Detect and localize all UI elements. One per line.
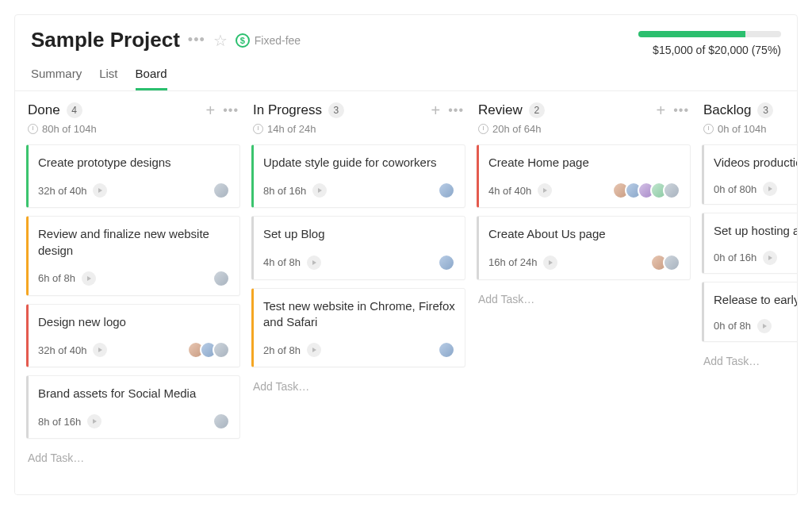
column-header-right: +••• xyxy=(657,102,690,118)
play-timer-icon[interactable] xyxy=(93,343,107,357)
task-footer-left: 4h of 40h xyxy=(488,183,552,198)
column-hours: 14h of 24h xyxy=(253,123,465,135)
task-card[interactable]: Review and finalize new website design6h… xyxy=(26,216,240,296)
task-card[interactable]: Test new website in Chrome, Firefox and … xyxy=(251,288,465,368)
avatar[interactable] xyxy=(213,270,230,287)
column-backlog: Backlog3+•••0h of 104hVideos production0… xyxy=(702,102,797,483)
clock-icon xyxy=(703,124,714,134)
task-card[interactable]: Update style guide for coworkers8h of 16… xyxy=(251,144,465,208)
assignee-avatars xyxy=(213,413,230,430)
task-footer: 6h of 8h xyxy=(38,270,230,287)
avatar[interactable] xyxy=(663,254,680,271)
avatar[interactable] xyxy=(663,182,680,199)
add-task-button[interactable]: Add Task… xyxy=(702,350,797,372)
column-header-left: Backlog3 xyxy=(703,102,773,118)
avatar[interactable] xyxy=(213,341,230,359)
play-timer-icon[interactable] xyxy=(543,256,557,270)
column-count-badge: 3 xyxy=(328,102,344,118)
play-timer-icon[interactable] xyxy=(87,414,102,428)
tab-list[interactable]: List xyxy=(99,60,117,90)
task-title: Set up Blog xyxy=(263,226,455,242)
title-row: Sample Project ••• ☆ $ Fixed-fee xyxy=(31,28,301,52)
task-footer: 4h of 8h xyxy=(263,254,455,271)
tab-summary[interactable]: Summary xyxy=(31,60,82,90)
task-card[interactable]: Design new logo32h of 40h xyxy=(26,304,240,367)
task-title: Release to early adopters xyxy=(714,292,797,308)
task-footer: 16h of 24h xyxy=(488,254,680,271)
task-footer: 32h of 40h xyxy=(38,182,230,199)
column-menu-icon[interactable]: ••• xyxy=(223,103,239,117)
budget-text: $15,000 of $20,000 (75%) xyxy=(653,44,781,56)
kanban-board: Done4+•••80h of 104hCreate prototype des… xyxy=(15,91,797,494)
task-footer-left: 8h of 16h xyxy=(38,414,102,428)
task-hours: 0h of 16h xyxy=(714,252,756,263)
column-hours-text: 14h of 24h xyxy=(267,123,316,135)
add-task-button[interactable]: Add Task… xyxy=(251,375,465,398)
play-timer-icon[interactable] xyxy=(763,251,777,265)
add-card-icon[interactable]: + xyxy=(431,102,441,118)
assignee-avatars xyxy=(438,341,455,359)
play-timer-icon[interactable] xyxy=(82,271,96,286)
column-hours-text: 20h of 64h xyxy=(492,123,541,135)
play-timer-icon[interactable] xyxy=(763,182,777,196)
task-footer-left: 0h of 8h xyxy=(714,319,772,333)
column-menu-icon[interactable]: ••• xyxy=(673,103,689,117)
clock-icon xyxy=(478,124,488,134)
task-footer: 2h of 8h xyxy=(263,341,455,359)
column-count-badge: 3 xyxy=(757,102,773,118)
add-card-icon[interactable]: + xyxy=(206,102,216,118)
column-header: Done4+••• xyxy=(26,102,240,120)
column-title: In Progress xyxy=(253,102,322,118)
play-timer-icon[interactable] xyxy=(757,319,772,333)
task-card[interactable]: Videos production0h of 80h xyxy=(702,144,797,205)
task-card[interactable]: Set up hosting account0h of 16h xyxy=(702,213,797,273)
task-footer-left: 6h of 8h xyxy=(38,271,96,286)
column-menu-icon[interactable]: ••• xyxy=(448,103,464,117)
task-footer: 32h of 40h xyxy=(38,341,230,359)
add-task-button[interactable]: Add Task… xyxy=(477,288,691,310)
task-card[interactable]: Create Home page4h of 40h xyxy=(477,144,691,208)
avatar[interactable] xyxy=(213,413,230,430)
play-timer-icon[interactable] xyxy=(93,183,107,198)
task-footer-left: 2h of 8h xyxy=(263,343,321,357)
project-menu-icon[interactable]: ••• xyxy=(188,32,205,48)
task-title: Set up hosting account xyxy=(714,223,797,239)
avatar[interactable] xyxy=(213,182,230,199)
dollar-icon: $ xyxy=(236,33,250,48)
column-hours: 80h of 104h xyxy=(28,123,240,135)
assignee-avatars xyxy=(438,182,455,199)
task-card[interactable]: Brand assets for Social Media8h of 16h xyxy=(26,375,240,439)
task-hours: 32h of 40h xyxy=(38,344,86,356)
column-header-left: In Progress3 xyxy=(253,102,344,118)
billing-badge[interactable]: $ Fixed-fee xyxy=(236,33,301,48)
task-hours: 8h of 16h xyxy=(263,185,306,197)
task-footer-left: 16h of 24h xyxy=(488,256,557,270)
task-footer: 0h of 8h xyxy=(714,319,797,333)
task-hours: 8h of 16h xyxy=(38,416,81,428)
task-card[interactable]: Create About Us page16h of 24h xyxy=(477,216,691,279)
tab-board[interactable]: Board xyxy=(136,60,167,90)
avatar[interactable] xyxy=(438,341,455,359)
avatar[interactable] xyxy=(438,254,455,271)
play-timer-icon[interactable] xyxy=(312,183,327,198)
avatar[interactable] xyxy=(438,182,455,199)
task-card[interactable]: Set up Blog4h of 8h xyxy=(251,216,465,279)
task-card[interactable]: Create prototype designs32h of 40h xyxy=(26,144,240,208)
add-card-icon[interactable]: + xyxy=(657,102,666,118)
task-title: Test new website in Chrome, Firefox and … xyxy=(263,298,455,331)
favorite-star-icon[interactable]: ☆ xyxy=(213,31,228,50)
play-timer-icon[interactable] xyxy=(307,256,321,270)
task-title: Create prototype designs xyxy=(38,155,230,171)
play-timer-icon[interactable] xyxy=(307,343,321,357)
play-timer-icon[interactable] xyxy=(538,183,552,198)
task-hours: 6h of 8h xyxy=(38,272,75,284)
column-title: Done xyxy=(28,102,60,118)
assignee-avatars xyxy=(650,254,680,271)
column-header-left: Review2 xyxy=(478,102,545,118)
column-header-left: Done4 xyxy=(28,102,82,118)
task-card[interactable]: Release to early adopters0h of 8h xyxy=(702,282,797,342)
task-footer: 0h of 80h xyxy=(714,182,797,196)
column-hours-text: 0h of 104h xyxy=(718,123,766,135)
add-task-button[interactable]: Add Task… xyxy=(26,447,240,469)
task-hours: 32h of 40h xyxy=(38,185,86,197)
